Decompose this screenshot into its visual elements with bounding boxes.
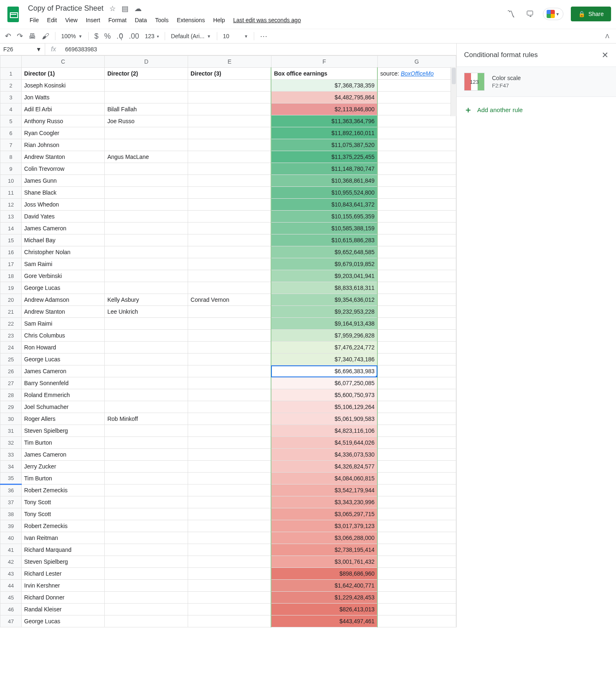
cell[interactable] <box>105 544 188 556</box>
spreadsheet-grid[interactable]: C D E F G 1 Director (1) Director (2) Di… <box>0 55 456 627</box>
cell[interactable]: James Cameron <box>21 449 105 461</box>
cell[interactable] <box>188 234 271 246</box>
cell[interactable] <box>188 223 271 234</box>
cell[interactable] <box>188 520 271 532</box>
row-header[interactable]: 28 <box>0 389 22 401</box>
cell[interactable] <box>105 401 188 413</box>
cell[interactable]: Shane Black <box>21 187 105 199</box>
undo-icon[interactable]: ↶ <box>5 32 11 41</box>
row-header[interactable]: 3 <box>0 92 22 103</box>
row-header[interactable]: 15 <box>0 234 22 246</box>
cell[interactable] <box>105 473 188 484</box>
cell[interactable] <box>188 389 271 401</box>
cell[interactable]: David Yates <box>21 211 105 223</box>
cell[interactable]: Joss Whedon <box>21 199 105 211</box>
cell[interactable]: $2,738,195,414 <box>271 544 377 556</box>
menu-file[interactable]: File <box>26 15 42 25</box>
cell[interactable]: Michael Bay <box>21 234 105 246</box>
row-header[interactable]: 21 <box>0 306 22 318</box>
cell[interactable]: $5,600,750,973 <box>271 389 377 401</box>
cell[interactable] <box>188 139 271 151</box>
cell[interactable]: George Lucas <box>21 354 105 365</box>
cell[interactable] <box>377 615 456 627</box>
cell[interactable] <box>188 306 271 318</box>
cell[interactable] <box>188 556 271 568</box>
row-header[interactable]: 44 <box>0 580 22 592</box>
row-header[interactable]: 4 <box>0 103 22 115</box>
cell[interactable]: $4,326,824,577 <box>271 461 377 473</box>
cell[interactable] <box>188 425 271 437</box>
cell[interactable]: Andrew Stanton <box>21 306 105 318</box>
cell[interactable]: $11,375,225,455 <box>271 151 377 163</box>
cell[interactable]: $9,354,636,012 <box>271 294 377 306</box>
cell[interactable] <box>188 580 271 592</box>
row-header[interactable]: 14 <box>0 223 22 234</box>
cell[interactable] <box>105 508 188 520</box>
menu-data[interactable]: Data <box>131 15 150 25</box>
cell[interactable] <box>377 580 456 592</box>
cell[interactable]: Ivan Reitman <box>21 532 105 544</box>
row-header[interactable]: 37 <box>0 496 22 508</box>
cell[interactable]: Steven Spielberg <box>21 425 105 437</box>
cell[interactable]: Director (2) <box>105 68 188 80</box>
cell[interactable]: George Lucas <box>21 615 105 627</box>
row-header[interactable]: 19 <box>0 282 22 294</box>
cell[interactable] <box>105 234 188 246</box>
row-header[interactable]: 2 <box>0 80 22 92</box>
cell[interactable] <box>188 401 271 413</box>
cell[interactable] <box>377 151 456 163</box>
row-header[interactable]: 8 <box>0 151 22 163</box>
menu-format[interactable]: Format <box>105 15 130 25</box>
cell[interactable]: Director (1) <box>21 68 105 80</box>
cell[interactable] <box>377 342 456 354</box>
cell[interactable]: $4,084,060,815 <box>271 473 377 484</box>
menu-tools[interactable]: Tools <box>152 15 172 25</box>
cell[interactable] <box>377 187 456 199</box>
row-header[interactable]: 1 <box>0 68 22 80</box>
cell[interactable]: $1,229,428,453 <box>271 592 377 604</box>
menu-extensions[interactable]: Extensions <box>173 15 208 25</box>
font-select[interactable]: Default (Ari...▼ <box>171 33 211 39</box>
cell[interactable] <box>188 496 271 508</box>
row-header[interactable]: 35 <box>0 473 22 484</box>
formula-bar[interactable]: 6696383983 <box>62 44 100 55</box>
cell[interactable] <box>188 151 271 163</box>
row-header[interactable]: 39 <box>0 520 22 532</box>
cell[interactable] <box>377 246 456 258</box>
cell[interactable]: Jerry Zucker <box>21 461 105 473</box>
menu-view[interactable]: View <box>62 15 81 25</box>
cell[interactable]: Robert Zemeckis <box>21 484 105 496</box>
cell[interactable]: Gore Verbinski <box>21 270 105 282</box>
decrease-decimal-icon[interactable]: .0̩ <box>117 32 123 41</box>
cell[interactable]: Steven Spielberg <box>21 556 105 568</box>
cell[interactable]: $10,155,695,359 <box>271 211 377 223</box>
paint-format-icon[interactable]: 🖌 <box>42 32 49 41</box>
cell[interactable] <box>377 377 456 389</box>
cell[interactable]: $9,164,913,438 <box>271 318 377 330</box>
zoom-select[interactable]: 100%▼ <box>61 33 83 39</box>
cell[interactable]: Chris Columbus <box>21 330 105 342</box>
row-header[interactable]: 42 <box>0 556 22 568</box>
cell[interactable] <box>105 270 188 282</box>
cell[interactable] <box>188 473 271 484</box>
row-header[interactable]: 23 <box>0 330 22 342</box>
cell[interactable] <box>377 544 456 556</box>
cell[interactable] <box>188 342 271 354</box>
cell[interactable]: Rian Johnson <box>21 139 105 151</box>
cell[interactable] <box>188 377 271 389</box>
cell[interactable] <box>105 342 188 354</box>
cell[interactable]: $3,343,230,996 <box>271 496 377 508</box>
cell[interactable] <box>105 199 188 211</box>
row-header[interactable]: 27 <box>0 377 22 389</box>
cell[interactable] <box>105 389 188 401</box>
cell[interactable]: Colin Trevorrow <box>21 163 105 175</box>
cell[interactable]: Richard Lester <box>21 568 105 580</box>
cell[interactable] <box>188 211 271 223</box>
row-header[interactable]: 41 <box>0 544 22 556</box>
row-header[interactable]: 26 <box>0 365 22 377</box>
row-header[interactable]: 20 <box>0 294 22 306</box>
cell[interactable]: $4,519,644,026 <box>271 437 377 449</box>
cell[interactable] <box>188 246 271 258</box>
cell[interactable] <box>188 115 271 127</box>
cell[interactable] <box>105 211 188 223</box>
